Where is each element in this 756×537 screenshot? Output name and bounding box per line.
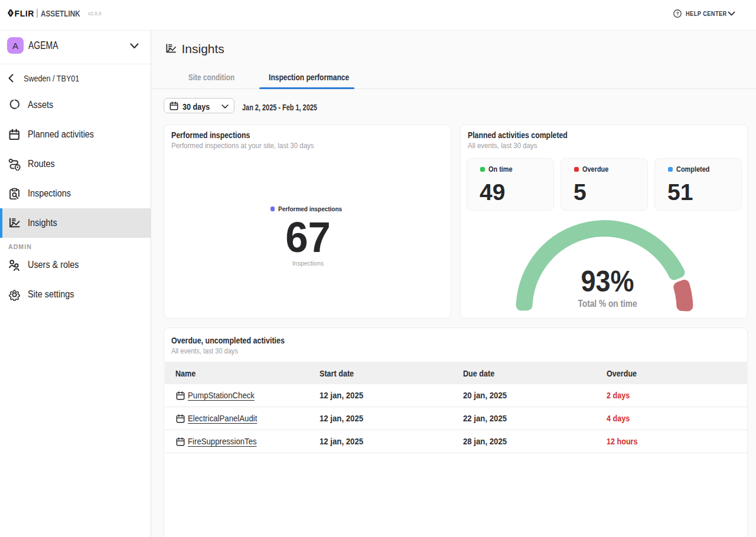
svg-text:?: ?: [676, 11, 679, 17]
